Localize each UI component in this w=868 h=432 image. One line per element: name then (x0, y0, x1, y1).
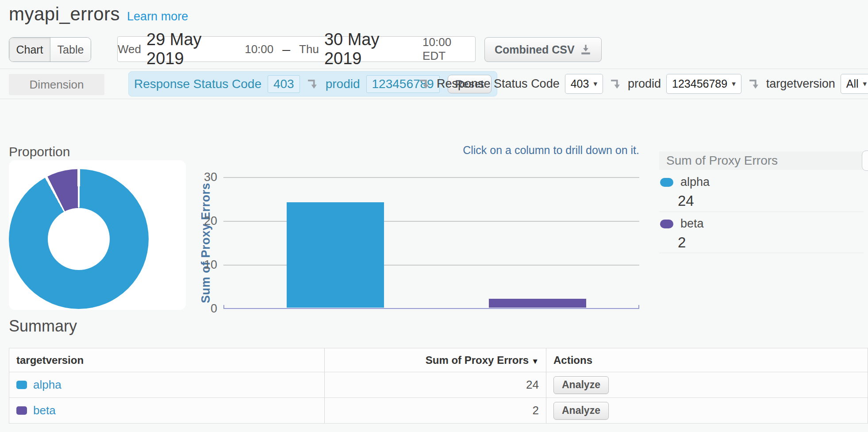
header-divider (0, 69, 868, 69)
start-date: 29 May 2019 (146, 30, 239, 68)
proportion-title: Proportion (9, 144, 70, 159)
filter-label: targetversion (766, 77, 835, 91)
dropdown-filters: Response Status Code 403 ▾ prodid 123456… (418, 71, 868, 96)
date-range-picker[interactable]: Wed 29 May 2019 10:00 – Thu 30 May 2019 … (117, 36, 476, 62)
legend-label: beta (680, 217, 704, 231)
filter-targetversion: targetversion All ▾ (748, 74, 868, 94)
legend-item-alpha[interactable]: alpha 24 (660, 175, 864, 209)
start-time: 10:00 (245, 42, 273, 56)
download-icon (580, 44, 591, 55)
analyze-button-beta[interactable]: Analyze (553, 402, 609, 420)
active-filter-value-1: 403 (268, 75, 300, 93)
chart-view-button[interactable]: Chart (9, 38, 50, 62)
chevron-down-icon: ▾ (863, 79, 867, 89)
bar-beta[interactable] (489, 299, 586, 308)
learn-more-link[interactable]: Learn more (127, 10, 188, 23)
combined-csv-button[interactable]: Combined CSV (484, 37, 602, 62)
filter-label: Response Status Code (437, 77, 560, 91)
beta-swatch (660, 220, 673, 228)
start-day: Wed (118, 42, 141, 56)
alpha-link[interactable]: alpha (33, 378, 61, 392)
sort-desc-icon: ▼ (531, 357, 539, 366)
gridline (223, 177, 639, 178)
filter-label: prodid (628, 77, 661, 91)
y-axis-title: Sum of Proxy Errors (198, 177, 213, 309)
dropdown-value: All (846, 77, 859, 90)
title-row: myapi_errors Learn more (9, 4, 188, 25)
legend-value: 2 (678, 234, 864, 251)
column-header-label: Sum of Proxy Errors (426, 354, 529, 366)
column-header-actions: Actions (546, 348, 868, 372)
legend-header: Sum of Proxy Errors (659, 151, 864, 170)
filter-response-status-code: Response Status Code 403 ▾ (418, 74, 603, 94)
beta-swatch (16, 406, 27, 415)
x-axis-baseline (223, 308, 639, 309)
analyze-button-alpha[interactable]: Analyze (553, 376, 609, 394)
axis-end-tick (638, 305, 639, 309)
active-filter-name-1: Response Status Code (134, 77, 261, 91)
y-tick-label: 0 (191, 302, 217, 316)
bar-chart-plot: 3020100 (223, 177, 639, 309)
beta-link[interactable]: beta (33, 404, 56, 417)
table-header-row: targetversion Sum of Proxy Errors▼ Actio… (9, 348, 868, 372)
table-row-alpha: alpha 24 Analyze (9, 372, 868, 398)
legend-divider (659, 212, 864, 212)
table-view-button[interactable]: Table (50, 38, 91, 62)
drill-arrow-icon (306, 77, 319, 91)
dropdown-value: 403 (571, 77, 589, 90)
gridline (223, 221, 639, 222)
legend-label: alpha (680, 175, 710, 189)
end-day: Thu (299, 42, 319, 56)
chevron-down-icon: ▾ (732, 79, 736, 89)
active-filter-name-2: prodid (326, 77, 360, 91)
gridline (223, 265, 639, 266)
date-separator: – (282, 41, 290, 58)
combined-csv-label: Combined CSV (495, 43, 575, 56)
dimension-label: Dimension (9, 74, 104, 95)
alpha-swatch (16, 381, 27, 389)
proportion-donut-chart[interactable] (9, 169, 149, 309)
filter-prodid: prodid 123456789 ▾ (609, 74, 741, 94)
bar-alpha[interactable] (287, 202, 384, 308)
summary-table: targetversion Sum of Proxy Errors▼ Actio… (9, 348, 868, 424)
y-tick-label: 30 (191, 170, 217, 184)
column-header-targetversion[interactable]: targetversion (9, 348, 325, 372)
drill-arrow-icon (609, 77, 622, 91)
drill-arrow-icon (418, 77, 431, 91)
chevron-down-icon: ▾ (593, 79, 597, 89)
targetversion-dropdown[interactable]: All ▾ (841, 74, 868, 94)
proportion-card (9, 160, 186, 310)
page-title: myapi_errors (9, 4, 120, 25)
table-row-beta: beta 2 Analyze (9, 398, 868, 424)
filter-divider (0, 99, 868, 99)
drilldown-hint: Click on a column to drill down on it. (223, 144, 639, 157)
dropdown-value: 123456789 (672, 77, 727, 90)
beta-value: 2 (325, 398, 546, 424)
alpha-swatch (660, 178, 673, 187)
y-tick-label: 10 (191, 258, 217, 272)
summary-title: Summary (9, 317, 77, 336)
prodid-dropdown[interactable]: 123456789 ▾ (666, 74, 741, 94)
drill-arrow-icon (748, 77, 761, 91)
legend-value: 24 (678, 193, 864, 209)
end-date: 30 May 2019 (324, 30, 417, 68)
donut-hole (48, 208, 110, 270)
legend-divider (659, 253, 864, 253)
alpha-value: 24 (325, 372, 546, 398)
axis-end-tick (223, 305, 224, 309)
end-time: 10:00 EDT (422, 35, 475, 63)
view-toggle: Chart Table (9, 37, 91, 62)
column-header-sum-proxy-errors[interactable]: Sum of Proxy Errors▼ (325, 348, 546, 372)
legend-edge-button[interactable] (862, 150, 868, 171)
y-tick-label: 20 (191, 214, 217, 228)
legend-item-beta[interactable]: beta 2 (660, 217, 864, 251)
response-status-code-dropdown[interactable]: 403 ▾ (565, 74, 603, 94)
